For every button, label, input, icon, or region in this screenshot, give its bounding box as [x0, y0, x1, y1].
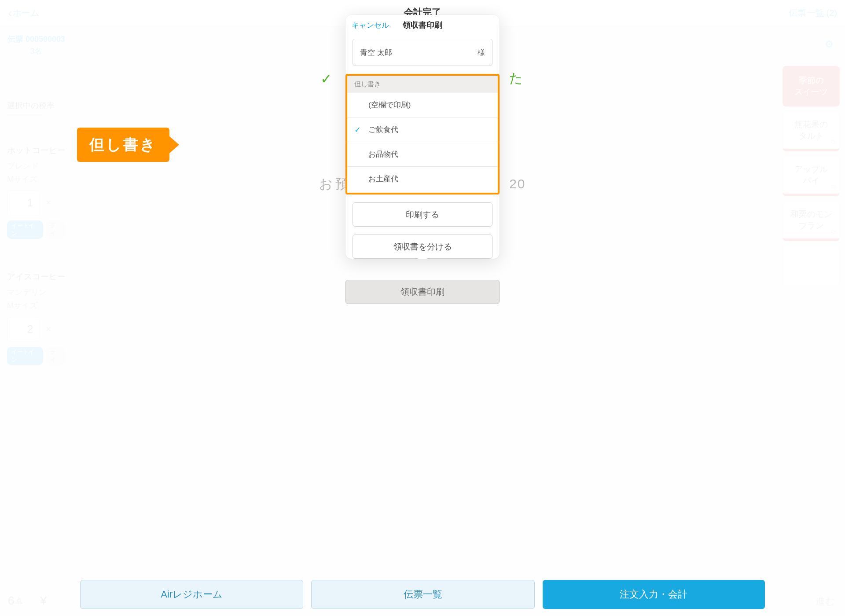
recipient-name: 青空 太郎: [360, 48, 392, 58]
proviso-section: 但し書き (空欄で印刷) ✓ ご飲食代 お品物代 お土産代: [345, 74, 500, 194]
proviso-label: お土産代: [368, 175, 398, 183]
ticket-list-button[interactable]: 伝票一覧: [311, 580, 534, 609]
proviso-label: ご飲食代: [368, 125, 398, 134]
air-regi-home-button[interactable]: Airレジホーム: [80, 580, 303, 609]
popover-title: 領収書印刷: [403, 20, 442, 30]
check-icon: ✓: [354, 125, 361, 135]
proviso-option[interactable]: ✓ ご飲食代: [347, 117, 498, 142]
proviso-option[interactable]: お品物代: [347, 142, 498, 167]
popover-arrow-icon: [418, 258, 427, 259]
receipt-print-ghost-button[interactable]: 領収書印刷: [345, 280, 500, 304]
recipient-name-field[interactable]: 青空 太郎 様: [353, 39, 492, 66]
split-receipt-button[interactable]: 領収書を分ける: [353, 235, 492, 259]
proviso-header: 但し書き: [347, 76, 498, 93]
annotation-callout: 但し書き: [77, 128, 169, 162]
print-button[interactable]: 印刷する: [353, 202, 492, 227]
proviso-label: お品物代: [368, 150, 398, 158]
proviso-option[interactable]: (空欄で印刷): [347, 93, 498, 117]
order-entry-button[interactable]: 注文入力・会計: [543, 580, 765, 609]
check-icon: ✓: [320, 70, 334, 87]
receipt-print-popover: キャンセル 領収書印刷 青空 太郎 様 但し書き (空欄で印刷) ✓ ご飲食代 …: [345, 15, 500, 259]
recipient-suffix: 様: [478, 48, 485, 58]
proviso-label: (空欄で印刷): [368, 101, 411, 109]
cancel-button[interactable]: キャンセル: [352, 20, 389, 30]
proviso-option[interactable]: お土産代: [347, 167, 498, 191]
